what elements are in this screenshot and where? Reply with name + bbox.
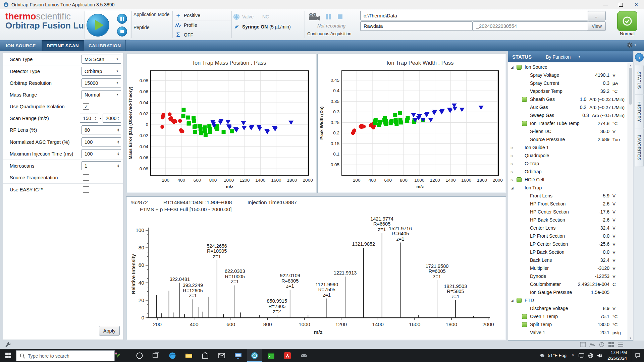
spin-down-icon[interactable]: ▼ xyxy=(117,166,119,168)
spectrum-view-icon[interactable] xyxy=(589,342,596,348)
taskbar-clock[interactable]: 1:04 PM 2/26/2024 xyxy=(607,350,627,361)
taskbar-app-monitor-app[interactable] xyxy=(231,349,246,362)
pause-button[interactable] xyxy=(117,14,127,24)
checkbox-input[interactable]: ✓ xyxy=(83,103,89,110)
select-input[interactable]: 15000▼ xyxy=(82,78,121,87)
record-pause-icon[interactable] xyxy=(325,13,332,20)
taskbar-app-cortana[interactable] xyxy=(132,349,147,362)
minimize-button[interactable]: — xyxy=(598,0,613,9)
expander-icon[interactable]: ◢ xyxy=(511,299,517,302)
spin-down-icon[interactable]: ▼ xyxy=(117,118,119,120)
scan-accumulation-select[interactable]: Σ OFF xyxy=(174,30,231,40)
spin-down-icon[interactable]: ▼ xyxy=(117,142,119,144)
side-tab-favorites[interactable]: FAVORITES xyxy=(635,128,644,167)
spinner-arrows[interactable]: ▲▼ xyxy=(117,152,121,156)
side-tab-history[interactable]: HISTORY xyxy=(635,95,644,129)
taskbar-app-task-view[interactable] xyxy=(149,349,163,362)
tab-define-scan[interactable]: DEFINE SCAN xyxy=(42,40,84,51)
maximize-button[interactable] xyxy=(613,0,629,9)
table-view-icon[interactable] xyxy=(580,342,586,348)
taskbar-search-input[interactable]: Type here to search xyxy=(16,350,115,361)
taskbar-app-store[interactable] xyxy=(198,349,213,362)
taskbar-app-mail[interactable] xyxy=(214,349,229,362)
spinner-input[interactable]: 60▲▼ xyxy=(82,125,121,134)
file-suffix-input[interactable]: _20240222030554 xyxy=(473,21,588,31)
history-view-icon[interactable] xyxy=(598,342,605,348)
expander-icon[interactable]: ▷ xyxy=(511,154,517,158)
spinner-arrows[interactable]: ▲▼ xyxy=(94,116,98,120)
status-label: Discharge Voltage xyxy=(530,306,568,311)
display-tray-icon[interactable] xyxy=(579,353,584,358)
play-button[interactable] xyxy=(87,14,109,37)
spinner-input[interactable]: 150▲▼ xyxy=(80,114,98,123)
select-input[interactable]: Normal▼ xyxy=(82,90,121,99)
system-status-button[interactable] xyxy=(617,11,637,31)
close-button[interactable]: × xyxy=(629,0,644,9)
network-icon[interactable] xyxy=(588,353,593,358)
checkbox-input[interactable] xyxy=(83,186,89,193)
scroll-up-icon[interactable]: ▲ xyxy=(629,63,632,68)
spinner-input[interactable]: 1▲▼ xyxy=(82,161,121,170)
status-value: 4190.1 xyxy=(595,72,609,78)
collapse-panel-button[interactable]: › xyxy=(635,53,644,62)
scroll-down-icon[interactable]: ▼ xyxy=(629,336,632,340)
side-tab-status[interactable]: STATUS xyxy=(635,65,644,95)
spinner-arrows[interactable]: ▲▼ xyxy=(117,128,121,132)
taskbar-app-acrobat[interactable] xyxy=(280,349,295,362)
grid-view-icon[interactable] xyxy=(608,342,614,348)
record-stop-icon[interactable] xyxy=(337,13,343,20)
form-control: 60▲▼ xyxy=(82,125,121,134)
tab-calibration[interactable]: CALIBRATION xyxy=(84,40,126,51)
spin-down-icon[interactable]: ▼ xyxy=(94,118,97,120)
tray-expand-icon[interactable]: ^ xyxy=(572,353,574,358)
file-name-input[interactable]: Rawdata xyxy=(360,21,473,31)
data-path-input[interactable]: c:\Thermo\Data xyxy=(360,11,588,20)
wrench-icon[interactable] xyxy=(5,341,11,348)
status-scrollbar[interactable]: ▲ ▼ xyxy=(628,63,633,340)
weather-widget[interactable]: 51°F Fog xyxy=(539,353,567,358)
expander-icon[interactable]: ▷ xyxy=(511,178,517,182)
settings-menu[interactable]: ▼ xyxy=(627,42,637,48)
taskbar-app-plant[interactable] xyxy=(110,349,125,362)
svg-text:1400: 1400 xyxy=(372,321,384,327)
svg-text:m/z: m/z xyxy=(314,329,323,335)
spinner-input[interactable]: 100▲▼ xyxy=(82,137,121,146)
status-view-selector[interactable]: By Function ▼ xyxy=(546,54,581,60)
taskbar-app-console-app[interactable] xyxy=(264,349,278,362)
start-button[interactable] xyxy=(0,349,16,362)
spin-down-icon[interactable]: ▼ xyxy=(117,154,119,156)
spin-down-icon[interactable]: ▼ xyxy=(117,130,119,132)
apply-button[interactable]: Apply xyxy=(99,326,120,336)
list-view-icon[interactable] xyxy=(617,342,624,348)
spinner-arrows[interactable]: ▲▼ xyxy=(117,164,121,168)
select-input[interactable]: Orbitrap▼ xyxy=(82,67,121,76)
expander-icon[interactable]: ▷ xyxy=(511,162,517,166)
taskbar-app-edge[interactable] xyxy=(165,349,180,362)
taskbar-app-file-explorer[interactable] xyxy=(181,349,196,362)
application-mode-select[interactable]: Peptide xyxy=(133,23,171,32)
expander-icon[interactable]: ◢ xyxy=(511,186,517,190)
spinner-arrows[interactable]: ▲▼ xyxy=(117,116,121,120)
expander-icon[interactable]: ▷ xyxy=(511,146,517,149)
volume-icon[interactable] xyxy=(597,353,602,358)
spinner-arrows[interactable]: ▲▼ xyxy=(117,140,121,144)
taskbar-app-controller[interactable] xyxy=(297,349,311,362)
spinner-input[interactable]: 2000▲▼ xyxy=(103,114,121,123)
taskbar-app-tune-app[interactable] xyxy=(247,349,262,362)
syringe-select[interactable]: Syringe ON (5 µL/min) xyxy=(233,22,304,32)
data-type-select[interactable]: Profile xyxy=(174,20,231,30)
expander-icon[interactable]: ◢ xyxy=(511,65,517,69)
stop-button[interactable] xyxy=(117,26,127,37)
tab-ion-source[interactable]: ION SOURCE xyxy=(0,40,42,51)
view-button[interactable]: View xyxy=(588,21,606,31)
polarity-select[interactable]: + Positive xyxy=(174,11,231,20)
select-input[interactable]: MS Scan▼ xyxy=(82,55,121,64)
acquisition-mode-select[interactable]: Continuous Acquisition xyxy=(306,31,357,36)
spinner-input[interactable]: 100▲▼ xyxy=(82,149,121,158)
scrollbar-thumb[interactable] xyxy=(629,68,632,105)
expander-icon[interactable]: ▷ xyxy=(511,170,517,174)
browse-button[interactable]: ... xyxy=(588,11,606,20)
action-center-button[interactable] xyxy=(631,349,644,362)
video-camera-icon[interactable] xyxy=(308,13,320,21)
checkbox-input[interactable] xyxy=(83,174,89,181)
